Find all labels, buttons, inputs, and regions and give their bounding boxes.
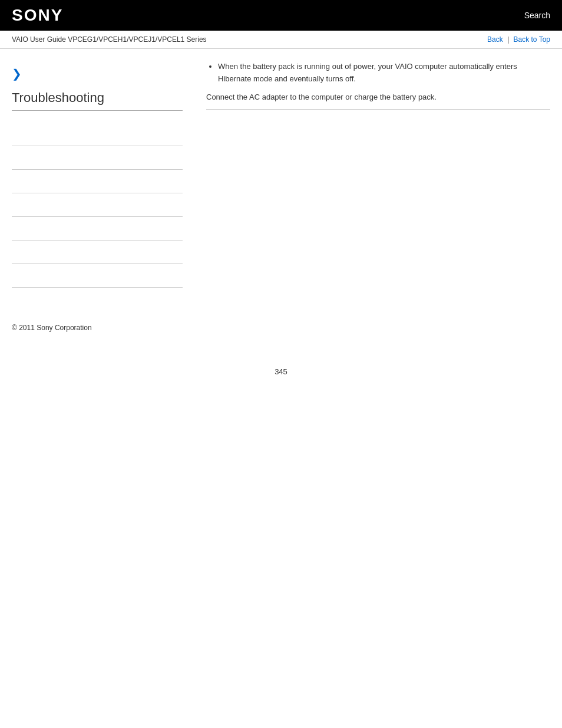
sidebar-link[interactable] xyxy=(12,177,14,186)
section-title: Troubleshooting xyxy=(12,90,183,111)
main-content: Troubleshooting When the battery pack is… xyxy=(0,49,562,299)
content-section: When the battery pack is running out of … xyxy=(206,61,550,110)
list-item[interactable] xyxy=(12,241,183,264)
chevron-icon xyxy=(12,67,24,78)
list-item[interactable] xyxy=(12,123,183,146)
bullet-text: When the battery pack is running out of … xyxy=(218,62,517,83)
sony-logo: SONY xyxy=(12,6,63,25)
search-button[interactable]: Search xyxy=(524,11,550,20)
list-item[interactable] xyxy=(12,146,183,170)
sidebar-link[interactable] xyxy=(12,130,14,139)
back-to-top-link[interactable]: Back to Top xyxy=(514,35,550,44)
content-list-item: When the battery pack is running out of … xyxy=(218,61,550,85)
sidebar-link[interactable] xyxy=(12,154,14,162)
nav-separator: | xyxy=(507,35,511,44)
sidebar-link[interactable] xyxy=(12,225,14,233)
nav-bar: VAIO User Guide VPCEG1/VPCEH1/VPCEJ1/VPC… xyxy=(0,31,562,49)
copyright-text: © 2011 Sony Corporation xyxy=(12,324,92,332)
list-item[interactable] xyxy=(12,193,183,217)
footer: © 2011 Sony Corporation xyxy=(0,311,562,344)
content-list: When the battery pack is running out of … xyxy=(206,61,550,85)
sidebar-link[interactable] xyxy=(12,248,14,256)
back-link[interactable]: Back xyxy=(487,35,503,44)
content-extra-text: Connect the AC adapter to the computer o… xyxy=(206,91,550,104)
content-area: When the battery pack is running out of … xyxy=(194,61,550,288)
list-item[interactable] xyxy=(12,170,183,193)
nav-links: Back | Back to Top xyxy=(487,35,550,44)
sidebar-link[interactable] xyxy=(12,272,14,280)
sidebar-link[interactable] xyxy=(12,201,14,209)
list-item[interactable] xyxy=(12,264,183,288)
header: SONY Search xyxy=(0,0,562,31)
content-divider xyxy=(206,109,550,110)
list-item[interactable] xyxy=(12,217,183,241)
page-number: 345 xyxy=(0,367,562,388)
sidebar-links xyxy=(12,123,183,288)
sidebar: Troubleshooting xyxy=(12,61,194,288)
guide-title: VAIO User Guide VPCEG1/VPCEH1/VPCEJ1/VPC… xyxy=(12,35,207,44)
